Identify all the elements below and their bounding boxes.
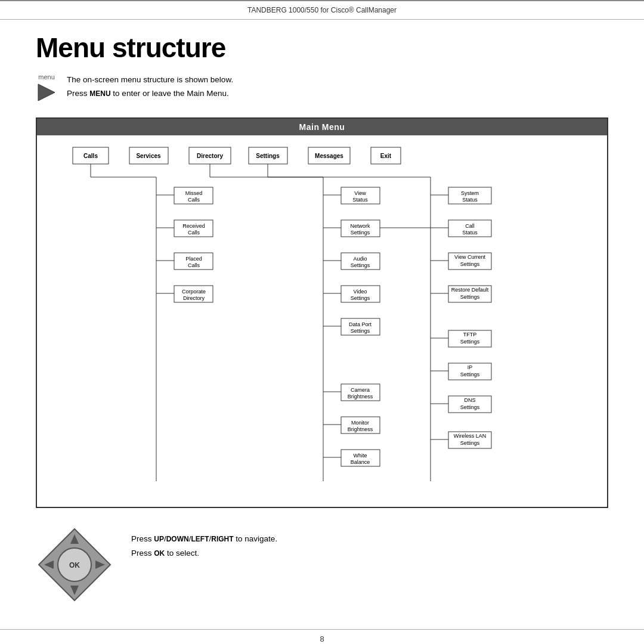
svg-text:Directory: Directory bbox=[197, 153, 223, 159]
svg-text:Settings: Settings bbox=[460, 339, 480, 345]
svg-text:White: White bbox=[353, 453, 367, 459]
menu-diagram: Main Menu Calls Services Directory Setti… bbox=[36, 117, 608, 508]
svg-text:Messages: Messages bbox=[315, 153, 343, 159]
svg-text:Settings: Settings bbox=[351, 230, 370, 236]
svg-text:Directory: Directory bbox=[183, 295, 205, 301]
svg-text:IP: IP bbox=[467, 364, 473, 370]
svg-text:Settings: Settings bbox=[351, 262, 370, 268]
right-keyword: RIGHT bbox=[211, 535, 233, 543]
svg-text:OK: OK bbox=[69, 561, 80, 569]
svg-text:Exit: Exit bbox=[380, 153, 392, 159]
svg-text:Status: Status bbox=[462, 230, 478, 236]
svg-text:Calls: Calls bbox=[188, 230, 200, 236]
svg-text:Services: Services bbox=[136, 153, 161, 159]
svg-text:Settings: Settings bbox=[460, 440, 480, 446]
svg-text:View Current: View Current bbox=[454, 254, 485, 260]
menu-icon-area: menu bbox=[36, 73, 57, 103]
intro-text: The on-screen menu structure is shown be… bbox=[67, 73, 233, 101]
menu-keyword: MENU bbox=[89, 89, 110, 98]
svg-text:Call: Call bbox=[465, 223, 475, 229]
svg-text:Wireless LAN: Wireless LAN bbox=[454, 433, 487, 439]
top-bar-title: TANDBERG 1000/550 for Cisco® CallManager bbox=[247, 6, 397, 14]
svg-text:Balance: Balance bbox=[351, 459, 370, 465]
svg-text:Settings: Settings bbox=[351, 328, 370, 334]
svg-text:Settings: Settings bbox=[460, 404, 480, 410]
main-menu-header: Main Menu bbox=[37, 119, 607, 135]
svg-text:Placed: Placed bbox=[185, 256, 202, 262]
svg-text:Settings: Settings bbox=[256, 153, 280, 159]
nav-instruction: Press UP/DOWN/LEFT/RIGHT to navigate. bbox=[131, 532, 277, 546]
ok-button-container: OK bbox=[36, 526, 113, 605]
intro-section: menu The on-screen menu structure is sho… bbox=[36, 73, 608, 103]
svg-text:Received: Received bbox=[182, 223, 205, 229]
svg-text:Status: Status bbox=[462, 197, 478, 203]
intro-line2: Press MENU to enter or leave the Main Me… bbox=[67, 87, 233, 101]
svg-text:Monitor: Monitor bbox=[351, 420, 369, 426]
page-number: 8 bbox=[320, 634, 324, 643]
bottom-section: OK Press UP/DOWN/LEFT/RIGHT to navigate.… bbox=[36, 526, 608, 617]
diagram-svg-container: Calls Services Directory Settings Messag… bbox=[37, 135, 607, 507]
svg-text:DNS: DNS bbox=[464, 397, 475, 403]
svg-text:Missed: Missed bbox=[185, 190, 203, 196]
ok-instruction: Press OK to select. bbox=[131, 546, 277, 561]
intro-line1: The on-screen menu structure is shown be… bbox=[67, 73, 233, 87]
ok-keyword: OK bbox=[154, 549, 165, 558]
svg-text:Calls: Calls bbox=[188, 197, 200, 203]
top-bar: TANDBERG 1000/550 for Cisco® CallManager bbox=[0, 0, 644, 20]
svg-text:TFTP: TFTP bbox=[463, 332, 477, 338]
svg-text:Restore Default: Restore Default bbox=[451, 287, 489, 293]
svg-text:Camera: Camera bbox=[351, 387, 370, 393]
svg-marker-0 bbox=[38, 84, 55, 101]
svg-text:Settings: Settings bbox=[351, 295, 370, 301]
svg-text:Brightness: Brightness bbox=[348, 394, 373, 400]
svg-text:Settings: Settings bbox=[460, 371, 480, 377]
directional-pad-icon: OK bbox=[36, 526, 113, 603]
bottom-bar: 8 bbox=[0, 629, 644, 644]
svg-text:Data Port: Data Port bbox=[349, 321, 372, 327]
svg-text:Status: Status bbox=[352, 197, 368, 203]
bottom-text: Press UP/DOWN/LEFT/RIGHT to navigate. Pr… bbox=[131, 526, 277, 561]
svg-text:Calls: Calls bbox=[83, 153, 98, 159]
svg-text:Calls: Calls bbox=[188, 262, 200, 268]
svg-text:Settings: Settings bbox=[460, 261, 480, 267]
svg-text:Video: Video bbox=[354, 289, 367, 295]
diagram-svg: Calls Services Directory Settings Messag… bbox=[37, 135, 609, 505]
svg-text:System: System bbox=[461, 190, 479, 196]
svg-text:Settings: Settings bbox=[460, 294, 480, 300]
up-keyword: UP bbox=[154, 535, 164, 543]
svg-text:Network: Network bbox=[350, 223, 370, 229]
menu-play-icon bbox=[36, 82, 57, 103]
main-content: Menu structure menu The on-screen menu s… bbox=[0, 20, 644, 629]
svg-text:Corporate: Corporate bbox=[182, 289, 206, 295]
svg-text:View: View bbox=[354, 190, 366, 196]
left-keyword: LEFT bbox=[191, 535, 209, 543]
menu-label: menu bbox=[38, 73, 55, 80]
down-keyword: DOWN bbox=[166, 535, 189, 543]
svg-text:Audio: Audio bbox=[353, 256, 367, 262]
svg-text:Brightness: Brightness bbox=[348, 426, 373, 432]
page-title: Menu structure bbox=[36, 32, 608, 64]
